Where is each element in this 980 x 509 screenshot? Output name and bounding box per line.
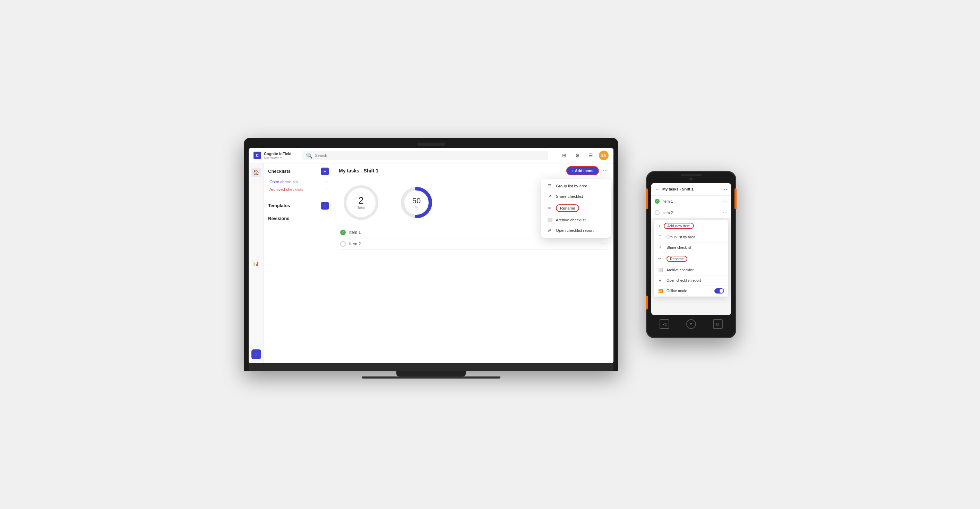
- mobile-device-wrapper: ← My tasks - Shift 1 ⋯ ✓ Item 1 ⋯ Item 2…: [646, 171, 736, 338]
- mobile-title: My tasks - Shift 1: [662, 187, 719, 191]
- mobile-archive-label: Archive checklist: [667, 268, 694, 272]
- mobile-archive[interactable]: ⬜ Archive checklist: [654, 265, 728, 276]
- archive-icon: ⬜: [547, 217, 552, 222]
- archive-label: Archive checklist: [556, 218, 586, 222]
- table-row: Item 2 ⋯: [339, 238, 608, 250]
- mobile-add-icon: +: [658, 223, 661, 229]
- laptop-screen: C Cognite InField Ivar Aasen ▾ 🔍: [249, 148, 614, 363]
- templates-title: Templates: [268, 203, 290, 208]
- item-check-done[interactable]: ✓: [340, 230, 346, 235]
- mobile-share[interactable]: ↗ Share checklist: [654, 243, 728, 253]
- mobile-item-check-done[interactable]: ✓: [655, 199, 660, 204]
- mobile-device: ← My tasks - Shift 1 ⋯ ✓ Item 1 ⋯ Item 2…: [646, 171, 736, 338]
- mobile-item-row: Item 2 ⋯: [651, 207, 731, 219]
- templates-header: Templates +: [268, 202, 329, 209]
- mobile-offline-icon: 📶: [658, 289, 663, 293]
- mobile-share-label: Share checklist: [667, 245, 691, 249]
- mobile-group-list[interactable]: ☰ Group list by area: [654, 232, 728, 243]
- donut-percent: 50: [412, 196, 421, 206]
- mobile-report-icon: 🖨: [658, 278, 663, 282]
- mobile-more-btn[interactable]: ⋯: [722, 186, 727, 193]
- mobile-rename-label: Rename: [667, 256, 687, 262]
- mobile-list-icon: ☰: [658, 235, 663, 239]
- item-check[interactable]: [340, 241, 346, 247]
- mobile-edit-icon: ✏: [658, 257, 663, 261]
- checklists-header: Checklists +: [268, 168, 329, 175]
- item-more-btn[interactable]: ⋯: [602, 241, 606, 247]
- main-content: My tasks - Shift 1 + Add items ⋯ 2 Total: [333, 163, 614, 363]
- app-body: 🏠 📊 › Checklists + Open checklists: [249, 163, 614, 363]
- mobile-item-row: ✓ Item 1 ⋯: [651, 196, 731, 207]
- mobile-topbar: ← My tasks - Shift 1 ⋯: [651, 183, 731, 196]
- main-title: My tasks - Shift 1: [339, 168, 563, 174]
- mobile-add-new-item[interactable]: + Add new item: [654, 220, 728, 232]
- share-item[interactable]: ↗ Share checklist: [541, 191, 611, 202]
- chevron-icon: ›: [326, 187, 327, 191]
- mobile-share-icon: ↗: [658, 245, 663, 250]
- open-report-item[interactable]: 🖨 Open checklist report: [541, 225, 611, 236]
- app-container: C Cognite InField Ivar Aasen ▾ 🔍: [249, 148, 614, 363]
- more-options-btn[interactable]: ⋯: [602, 167, 608, 174]
- checklists-section: Checklists + Open checklists › Archived …: [264, 168, 333, 193]
- camera-lens: [690, 178, 692, 180]
- report-icon: 🖨: [547, 228, 552, 233]
- mobile-offline-mode[interactable]: 📶 Offline mode: [654, 286, 728, 297]
- laptop-foot: [362, 377, 500, 378]
- mobile-group-label: Group list by area: [667, 235, 695, 239]
- share-icon: ↗: [547, 194, 552, 199]
- notification-icon-btn[interactable]: ⚙: [573, 151, 582, 160]
- rename-item[interactable]: ✏ Rename: [541, 202, 611, 215]
- offline-toggle[interactable]: [714, 288, 724, 294]
- revisions-section: Revisions: [264, 215, 333, 221]
- item-name: Item 2: [349, 241, 598, 246]
- group-list-item[interactable]: ☰ Group list by area: [541, 181, 611, 191]
- archive-item[interactable]: ⬜ Archive checklist: [541, 215, 611, 225]
- mobile-rename[interactable]: ✏ Rename: [654, 253, 728, 265]
- app-name: Cognite InField: [264, 152, 291, 156]
- mobile-square-nav-btn[interactable]: □: [713, 319, 723, 329]
- search-bar[interactable]: 🔍: [302, 151, 548, 160]
- total-count: 2: [358, 195, 364, 206]
- search-icon: 🔍: [306, 152, 313, 159]
- archived-checklists-item[interactable]: Archived checklists ›: [268, 186, 329, 193]
- rename-label: Rename: [556, 204, 579, 212]
- list-icon: ☰: [547, 183, 552, 188]
- user-avatar-btn[interactable]: EA: [599, 151, 609, 160]
- laptop-notch: [417, 143, 445, 146]
- checklists-add-btn[interactable]: +: [321, 168, 329, 175]
- share-label: Share checklist: [556, 194, 583, 198]
- logo-text-group: Cognite InField Ivar Aasen ▾: [264, 152, 291, 159]
- mobile-item-more-2[interactable]: ⋯: [723, 210, 727, 215]
- app-user: Ivar Aasen ▾: [264, 156, 291, 159]
- orange-accent-bottom: [646, 295, 648, 310]
- laptop-stand: [396, 371, 466, 377]
- dropdown-menu: ☰ Group list by area ↗ Share checklist ✏…: [541, 179, 611, 238]
- add-items-label: + Add items: [572, 169, 593, 173]
- sidebar-expand-icon[interactable]: ›: [251, 349, 261, 359]
- sidebar-sensor-icon[interactable]: 📊: [251, 258, 261, 268]
- back-button[interactable]: ←: [655, 186, 660, 192]
- orange-accent-left: [646, 188, 648, 209]
- laptop-device: C Cognite InField Ivar Aasen ▾ 🔍: [244, 138, 618, 378]
- bookmark-icon-btn[interactable]: ☰: [586, 151, 595, 160]
- search-input[interactable]: [315, 153, 545, 158]
- donut-unit: %: [412, 206, 421, 209]
- open-checklists-item[interactable]: Open checklists ›: [268, 178, 329, 186]
- revisions-title: Revisions: [268, 216, 289, 221]
- templates-add-btn[interactable]: +: [321, 202, 329, 209]
- scan-icon-btn[interactable]: ⊞: [559, 151, 569, 160]
- total-label: Total: [357, 206, 364, 210]
- sidebar-home-icon[interactable]: 🏠: [251, 168, 261, 177]
- mobile-home-nav-btn[interactable]: ○: [686, 319, 696, 329]
- mobile-item-1-name: Item 1: [662, 199, 720, 203]
- mobile-back-nav-btn[interactable]: ◁: [660, 319, 669, 329]
- mobile-open-report[interactable]: 🖨 Open checklist report: [654, 276, 728, 286]
- templates-section: Templates +: [264, 202, 333, 209]
- mobile-item-check-2[interactable]: [655, 210, 660, 215]
- mobile-item-more-1[interactable]: ⋯: [723, 198, 727, 204]
- add-items-button[interactable]: + Add items: [567, 167, 598, 174]
- mobile-archive-icon: ⬜: [658, 268, 663, 272]
- donut-center: 50 %: [412, 196, 421, 209]
- app-logo: C Cognite InField Ivar Aasen ▾: [253, 152, 291, 159]
- mobile-report-label: Open checklist report: [667, 278, 701, 282]
